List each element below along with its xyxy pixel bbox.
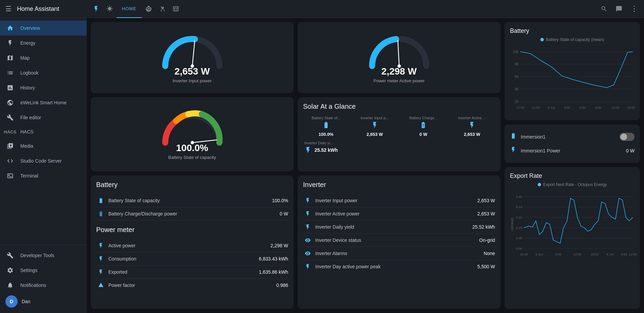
inverter-daily-yield-value: 25.52 kWh	[472, 224, 495, 230]
topbar-table-icon[interactable]	[169, 3, 183, 15]
main: HOME ⋮	[87, 0, 644, 313]
power-factor-icon	[96, 282, 106, 288]
power-meter-section: Power meter Active power 2,298 W Consump…	[96, 226, 288, 292]
immersion1-toggle[interactable]	[620, 133, 635, 141]
studio-code-icon	[5, 158, 15, 164]
sidebar-item-media[interactable]: Media	[0, 139, 87, 153]
sidebar-item-studio-code[interactable]: Studio Code Server	[0, 153, 87, 168]
battery-charge-value: 0 W	[280, 211, 288, 216]
inverter-input-value: 2,653 W	[174, 66, 210, 77]
svg-text:9:00: 9:00	[595, 106, 601, 109]
inverter-device-status-row: Inverter Device status On-grid	[303, 234, 495, 247]
battery-charge-row: Battery Charge/Discharge power 0 W	[96, 207, 288, 221]
active-power-value: 2,298 W	[271, 243, 288, 248]
sidebar-item-hacs[interactable]: HACS HACS	[0, 125, 87, 139]
inverter-input-power-row: Inverter Input power 2,653 W	[303, 194, 495, 207]
immersion1-power-icon	[510, 146, 517, 155]
export-rate-dot	[538, 183, 541, 186]
sidebar-item-developer-tools[interactable]: Developer Tools	[0, 248, 87, 263]
sidebar-footer: D Dan	[0, 293, 87, 310]
sidebar-item-file-editor[interactable]: File editor	[0, 110, 87, 125]
sidebar-label-developer-tools: Developer Tools	[20, 253, 54, 258]
power-meter-value: 2,298 W	[381, 66, 416, 77]
svg-text:9 Jun: 9 Jun	[606, 253, 614, 256]
sidebar-item-logbook[interactable]: Logbook	[0, 65, 87, 80]
solar-item-inverter-active-value: 2,653 W	[464, 132, 480, 137]
inverter-active-power-icon	[303, 211, 313, 217]
power-meter-gauge-card: 2,298 W Power meter Active power	[298, 22, 500, 93]
svg-line-0	[192, 41, 195, 66]
inverter-input-power-icon	[303, 197, 313, 204]
sidebar-label-energy: Energy	[20, 40, 35, 46]
topbar-actions: ⋮	[597, 2, 641, 16]
svg-text:60: 60	[515, 75, 519, 79]
active-power-icon	[96, 243, 106, 249]
developer-tools-icon	[5, 252, 15, 259]
topbar-plug-icon[interactable]	[155, 3, 169, 15]
battery-charge-icon	[96, 211, 106, 217]
history-icon	[5, 84, 15, 91]
sidebar-item-overview[interactable]: Overview	[0, 21, 87, 36]
svg-text:GBP/kWh: GBP/kWh	[511, 217, 514, 231]
solar-item-inverter-active: Inverter Active ... 2,653 W	[449, 116, 495, 137]
inverter-card: Inverter Inverter Input power 2,653 W In…	[298, 175, 500, 309]
topbar-home-label: HOME	[122, 6, 136, 11]
search-button[interactable]	[597, 3, 611, 15]
ewelink-icon	[5, 99, 15, 106]
sidebar-item-history[interactable]: History	[0, 80, 87, 95]
battery-cap-label: Battery State of capacity	[108, 198, 272, 203]
sidebar-label-logbook: Logbook	[20, 70, 39, 76]
sidebar-item-energy[interactable]: Energy	[0, 36, 87, 50]
battery-chart-title: Battery	[510, 27, 635, 35]
solar-at-a-glance-card: Solar At a Glance Battery State of... 10…	[298, 97, 500, 171]
sidebar-header: ☰ Home Assistant	[0, 0, 87, 18]
energy-icon	[5, 40, 15, 46]
exported-row: Exported 1,635.86 kWh	[96, 266, 288, 279]
notifications-icon	[5, 282, 15, 289]
svg-text:20: 20	[515, 100, 519, 104]
power-factor-value: 0.986	[276, 283, 288, 288]
app-title: Home Assistant	[17, 5, 59, 13]
svg-text:9 Jun: 9 Jun	[548, 106, 555, 109]
power-meter-title: Power meter	[96, 226, 288, 234]
content-grid: 2,653 W Inverter Input power 2,298 W Pow…	[87, 18, 644, 313]
export-rate-card: Export Rate Export Next Rate - Octopus E…	[505, 167, 640, 309]
chat-button[interactable]	[612, 3, 626, 15]
battery-state-value: 100.0%	[176, 143, 208, 153]
inverter-input-power-label: Inverter Input power	[315, 198, 477, 203]
topbar-radio-icon[interactable]	[142, 3, 155, 15]
battery-charge-label: Battery Charge/Discharge power	[108, 211, 280, 216]
toggle-knob	[620, 133, 627, 140]
svg-text:6:00: 6:00	[580, 106, 586, 109]
battery-chart-dot	[540, 38, 544, 41]
svg-text:0.10: 0.10	[516, 226, 522, 230]
sidebar-label-ewelink: eWeLink Smart Home	[20, 100, 67, 105]
svg-text:21:00: 21:00	[532, 106, 540, 109]
immersion-card: Immersion1 Immersion1 Power 0 W	[505, 124, 640, 163]
sidebar-item-map[interactable]: Map	[0, 50, 87, 65]
sidebar-label-studio-code: Studio Code Server	[20, 158, 62, 164]
sidebar-item-terminal[interactable]: Terminal	[0, 168, 87, 183]
inverter-daily-yield-icon	[303, 224, 313, 230]
avatar[interactable]: D	[5, 295, 18, 308]
inverter-device-status-label: Inverter Device status	[315, 237, 479, 243]
topbar-energy-icon[interactable]	[89, 3, 103, 15]
sidebar-item-notifications[interactable]: Notifications	[0, 278, 87, 293]
topbar-heating-icon[interactable]	[103, 3, 116, 15]
right-column: Battery Battery State of capacity (mean)	[505, 22, 640, 309]
battery-state-gauge-card: 100.0% Battery State of capacity	[91, 97, 294, 171]
inverter-active-power-row: Inverter Active power 2,653 W	[303, 207, 495, 221]
sidebar-item-settings[interactable]: Settings	[0, 263, 87, 278]
menu-icon[interactable]: ☰	[5, 5, 12, 13]
svg-text:12:00: 12:00	[574, 253, 581, 256]
svg-text:0.08: 0.08	[516, 237, 522, 240]
inverter-day-peak-row: Inverter Day active power peak 5,500 W	[303, 260, 495, 273]
svg-text:18:00: 18:00	[520, 253, 528, 256]
inverter-daily-yield-row: Inverter Daily yield 25.52 kWh	[303, 221, 495, 234]
consumption-row: Consumption 6,833.43 kWh	[96, 252, 288, 266]
app-container: ☰ Home Assistant Overview Energy	[0, 0, 644, 313]
topbar-home-tab[interactable]: HOME	[116, 0, 142, 18]
more-menu-button[interactable]: ⋮	[627, 2, 641, 16]
inverter-alarms-icon	[303, 250, 313, 256]
sidebar-item-ewelink[interactable]: eWeLink Smart Home	[0, 95, 87, 110]
